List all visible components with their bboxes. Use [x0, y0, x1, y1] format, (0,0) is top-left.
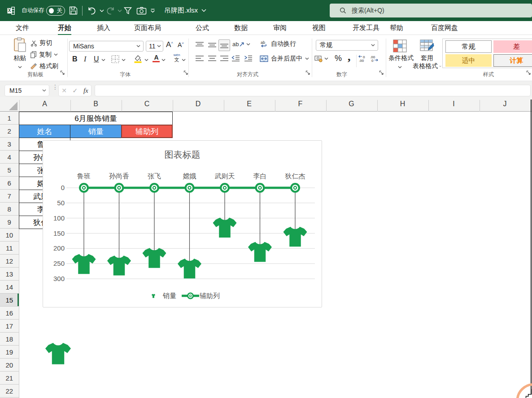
row-header-10[interactable]: 10	[0, 229, 19, 242]
cut-button[interactable]: 剪切	[31, 39, 52, 47]
decrease-font-button[interactable]: A˅	[178, 41, 184, 48]
column-header-D[interactable]: D	[196, 97, 201, 112]
toolbar-more-icon[interactable]	[150, 0, 155, 21]
row-header-17[interactable]: 17	[0, 320, 19, 333]
column-header-A[interactable]: A	[42, 97, 47, 112]
row-header-8[interactable]: 8	[0, 203, 19, 216]
row-header-12[interactable]: 12	[0, 255, 19, 268]
bold-button[interactable]: B	[72, 55, 78, 63]
alignment-dialog-launcher[interactable]	[305, 70, 311, 76]
column-header-B[interactable]: B	[93, 97, 98, 112]
accounting-format-button[interactable]	[314, 55, 328, 62]
conditional-formatting-button[interactable]: 条件格式	[388, 39, 411, 70]
name-box[interactable]: M15	[4, 85, 49, 96]
menu-tab-10[interactable]: 帮助	[390, 21, 403, 35]
paste-button[interactable]: 粘贴	[13, 37, 27, 70]
select-all-button[interactable]	[9, 102, 17, 110]
column-header-J[interactable]: J	[503, 97, 507, 112]
column-header-C[interactable]: C	[144, 97, 150, 112]
percent-style-button[interactable]: %	[335, 54, 342, 63]
font-color-dropdown-chevron[interactable]	[161, 59, 166, 61]
column-header-H[interactable]: H	[400, 97, 406, 112]
row-header-20[interactable]: 20	[0, 359, 19, 372]
filter-icon[interactable]	[123, 0, 132, 21]
floating-tshirt-shape[interactable]	[45, 341, 71, 366]
menu-tab-7[interactable]: 审阅	[273, 21, 287, 35]
menu-tab-2[interactable]: 开始	[58, 21, 71, 35]
menu-tab-11[interactable]: 百度网盘	[431, 21, 458, 35]
row-header-15[interactable]: 15	[0, 294, 19, 307]
styles-dialog-launcher[interactable]	[526, 70, 532, 76]
menu-tab-9[interactable]: 开发工具	[353, 21, 379, 35]
font-name-select[interactable]: MiSans	[69, 41, 144, 52]
comma-style-button[interactable]: ,	[348, 50, 351, 64]
menu-tab-8[interactable]: 视图	[312, 21, 326, 35]
camera-icon[interactable]	[136, 0, 147, 21]
cell-style-1[interactable]: 常规	[445, 40, 492, 53]
menu-tab-6[interactable]: 数据	[234, 21, 248, 35]
format-painter-button[interactable]: 格式刷	[30, 62, 58, 70]
increase-font-button[interactable]: A˄	[166, 40, 173, 49]
search-input[interactable]: 搜索(Alt+Q)	[330, 4, 532, 17]
orientation-button[interactable]: ab	[232, 41, 250, 48]
increase-decimal-button[interactable]: 0 .00	[358, 55, 367, 64]
document-title[interactable]: 吊牌图.xlsx	[164, 0, 206, 21]
cell-style-4[interactable]: 计算	[493, 54, 532, 67]
row-header-2[interactable]: 2	[0, 125, 19, 138]
row-header-7[interactable]: 7	[0, 190, 19, 203]
row-header-1[interactable]: 1	[0, 112, 19, 125]
underline-dropdown-chevron[interactable]	[101, 59, 105, 61]
align-top-button[interactable]	[196, 42, 204, 48]
column-header-I[interactable]: I	[453, 97, 454, 112]
align-middle-button[interactable]	[208, 42, 216, 48]
phonetic-guide-button[interactable]: wén 文	[172, 53, 182, 62]
font-size-select[interactable]: 11	[146, 41, 163, 52]
increase-indent-button[interactable]	[244, 55, 253, 64]
column-header-E[interactable]: E	[247, 97, 252, 112]
italic-button[interactable]: I	[84, 55, 86, 63]
align-center-button[interactable]	[208, 55, 216, 62]
format-as-table-button[interactable]: 套用 表格格式	[413, 39, 441, 70]
wrap-text-button[interactable]: ab 自动换行	[260, 40, 296, 48]
row-header-18[interactable]: 18	[0, 333, 19, 346]
cancel-icon[interactable]: ✕	[61, 87, 67, 94]
number-format-select[interactable]: 常规	[316, 40, 378, 51]
fill-color-button[interactable]	[134, 55, 142, 63]
number-dialog-launcher[interactable]	[379, 70, 384, 76]
column-header-F[interactable]: F	[298, 97, 303, 112]
formula-bar-grip[interactable]: ⋮	[52, 86, 58, 89]
borders-button[interactable]	[111, 55, 119, 63]
row-header-6[interactable]: 6	[0, 177, 19, 190]
phonetic-dropdown-chevron[interactable]	[182, 59, 186, 61]
cell-style-3[interactable]: 适中	[445, 54, 492, 67]
menu-tab-1[interactable]: 文件	[16, 21, 29, 35]
cell-header-3[interactable]: 辅助列	[121, 125, 173, 138]
row-header-5[interactable]: 5	[0, 164, 19, 177]
row-header-21[interactable]: 21	[0, 372, 19, 385]
row-header-14[interactable]: 14	[0, 281, 19, 294]
chart-title[interactable]: 图表标题	[165, 150, 201, 160]
align-bottom-button[interactable]	[220, 42, 228, 48]
decrease-decimal-button[interactable]: .00 0	[370, 55, 379, 64]
decrease-indent-button[interactable]	[231, 55, 240, 64]
underline-button[interactable]: U	[94, 55, 99, 63]
column-header-G[interactable]: G	[349, 97, 354, 112]
cell-title-A1[interactable]: 6月服饰销量	[19, 112, 173, 125]
cell-header-2[interactable]: 销量	[70, 125, 122, 138]
row-header-16[interactable]: 16	[0, 307, 19, 320]
chart[interactable]: 050100150200250300鲁班孙尚香张飞嫦娥武则天李白狄仁杰图表标题销…	[43, 140, 322, 307]
row-header-4[interactable]: 4	[0, 151, 19, 164]
cell-style-2[interactable]: 差	[493, 40, 532, 53]
cell-header-1[interactable]: 姓名	[19, 125, 70, 138]
borders-dropdown-chevron[interactable]	[122, 59, 126, 61]
menu-tab-5[interactable]: 公式	[196, 21, 209, 35]
align-left-button[interactable]	[196, 55, 204, 62]
menu-tab-4[interactable]: 页面布局	[134, 21, 161, 35]
undo-button[interactable]	[87, 0, 104, 21]
row-header-9[interactable]: 9	[0, 216, 19, 229]
formula-input[interactable]	[95, 85, 531, 96]
row-header-11[interactable]: 11	[0, 242, 19, 255]
row-header-22[interactable]: 22	[0, 385, 19, 398]
save-icon[interactable]	[69, 0, 78, 21]
align-right-button[interactable]	[220, 55, 228, 62]
